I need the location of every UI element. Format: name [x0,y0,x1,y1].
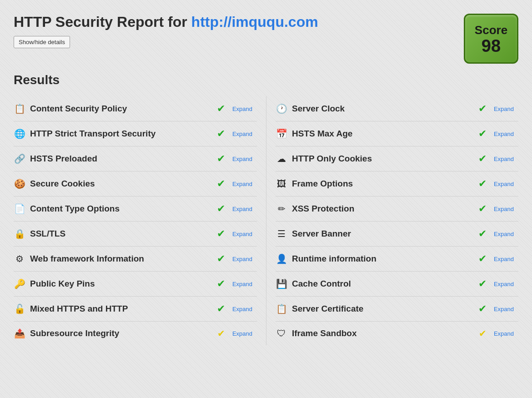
item-label: Server Clock [292,104,475,114]
item-label: Runtime information [292,254,475,264]
item-icon: 🔓 [14,303,25,314]
item-icon: 🔒 [14,228,25,239]
right-column: 🕐Server Clock✔Expand📅HSTS Max Age✔Expand… [266,96,518,345]
item-label: XSS Protection [292,204,475,214]
result-item: ✏XSS Protection✔Expand [276,196,518,222]
page-title: HTTP Security Report for http://imququ.c… [14,14,318,30]
result-item: 📅HSTS Max Age✔Expand [276,121,518,146]
item-icon: 💾 [276,278,287,289]
expand-link[interactable]: Expand [491,231,514,237]
result-item: 📤Subresource Integrity✔Expand [14,322,257,345]
item-icon: ✏ [276,203,287,214]
result-item: 🖼Frame Options✔Expand [276,171,518,196]
check-icon: ✔ [217,178,225,190]
item-icon: ☁ [276,153,287,164]
expand-link[interactable]: Expand [230,156,252,162]
expand-link[interactable]: Expand [230,256,252,262]
expand-link[interactable]: Expand [230,106,252,112]
item-icon: 📤 [14,328,25,339]
item-icon: 👤 [276,253,287,264]
score-value: 98 [482,37,501,55]
check-icon: ✔ [478,128,487,140]
item-icon: 🖼 [276,179,287,189]
result-item: 👤Runtime information✔Expand [276,247,518,272]
check-icon: ✔ [478,153,487,165]
check-icon: ✔ [217,203,225,215]
result-item: 📄Content Type Options✔Expand [14,196,257,222]
check-icon: ✔ [478,228,487,240]
score-box: Score 98 [464,14,518,64]
item-label: HSTS Preloaded [30,154,213,164]
expand-link[interactable]: Expand [491,256,514,262]
show-hide-button[interactable]: Show/hide details [14,36,70,48]
item-icon: 📅 [276,128,287,139]
item-label: HTTP Only Cookies [292,154,475,164]
expand-link[interactable]: Expand [491,281,514,287]
results-heading: Results [14,73,518,87]
left-column: 📋Content Security Policy✔Expand🌐HTTP Str… [14,96,266,345]
check-icon: ✔ [217,328,225,339]
item-icon: 📄 [14,203,25,214]
result-item: 🕐Server Clock✔Expand [276,96,518,121]
item-icon: 🍪 [14,178,25,189]
result-item: ☁HTTP Only Cookies✔Expand [276,146,518,171]
check-icon: ✔ [217,128,225,140]
results-grid: 📋Content Security Policy✔Expand🌐HTTP Str… [14,96,518,345]
result-item: 📋Server Certificate✔Expand [276,297,518,322]
item-label: Frame Options [292,179,475,189]
item-label: HSTS Max Age [292,129,475,139]
item-label: Content Security Policy [30,104,213,114]
result-item: 🔓Mixed HTTPS and HTTP✔Expand [14,297,257,322]
expand-link[interactable]: Expand [230,131,252,137]
expand-link[interactable]: Expand [230,281,252,287]
item-icon: 🕐 [276,103,287,114]
check-icon: ✔ [478,103,487,115]
expand-link[interactable]: Expand [230,330,252,337]
check-icon: ✔ [478,253,487,265]
item-label: Iframe Sandbox [292,328,475,338]
item-label: Public Key Pins [30,279,213,289]
item-label: Web framework Information [30,254,213,264]
score-label: Score [475,23,507,37]
expand-link[interactable]: Expand [230,306,252,312]
check-icon: ✔ [217,103,225,115]
item-label: HTTP Strict Transport Security [30,129,213,139]
expand-link[interactable]: Expand [230,181,252,187]
check-icon: ✔ [217,278,225,290]
item-icon: ⚙ [14,253,25,264]
expand-link[interactable]: Expand [491,306,514,312]
check-icon: ✔ [478,178,487,190]
result-item: 💾Cache Control✔Expand [276,272,518,297]
expand-link[interactable]: Expand [491,131,514,137]
site-url-link[interactable]: http://imququ.com [191,14,318,30]
result-item: 🌐HTTP Strict Transport Security✔Expand [14,121,257,146]
result-item: 🛡Iframe Sandbox✔Expand [276,322,518,345]
item-icon: 📋 [14,103,25,114]
item-label: Cache Control [292,279,475,289]
result-item: 🔒SSL/TLS✔Expand [14,222,257,247]
check-icon: ✔ [478,203,487,215]
item-icon: 🔗 [14,153,25,164]
expand-link[interactable]: Expand [491,106,514,112]
check-icon: ✔ [217,253,225,265]
result-item: ☰Server Banner✔Expand [276,222,518,247]
check-icon: ✔ [479,328,487,339]
result-item: 🍪Secure Cookies✔Expand [14,171,257,196]
check-icon: ✔ [478,278,487,290]
item-label: Server Certificate [292,304,475,314]
item-icon: ☰ [276,228,287,239]
item-icon: 📋 [276,303,287,314]
item-label: Server Banner [292,229,475,239]
expand-link[interactable]: Expand [230,231,252,237]
item-icon: 🛡 [276,328,287,339]
result-item: 🔗HSTS Preloaded✔Expand [14,146,257,171]
expand-link[interactable]: Expand [491,206,514,212]
expand-link[interactable]: Expand [491,156,514,162]
check-icon: ✔ [478,303,487,315]
item-icon: 🔑 [14,278,25,289]
expand-link[interactable]: Expand [230,206,252,212]
check-icon: ✔ [217,153,225,165]
expand-link[interactable]: Expand [491,330,514,337]
expand-link[interactable]: Expand [491,181,514,187]
item-label: Secure Cookies [30,179,213,189]
